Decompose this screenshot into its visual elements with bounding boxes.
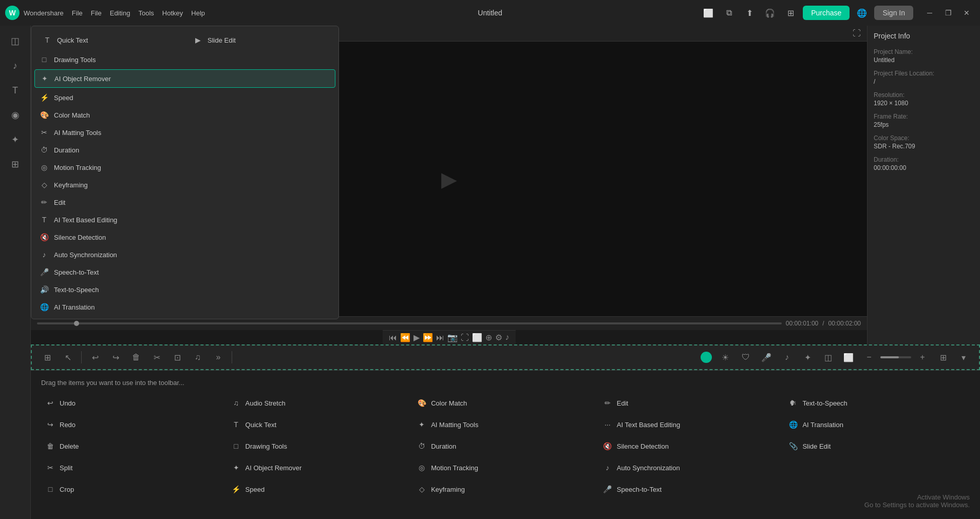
step-back-icon[interactable]: ⏪ [400, 333, 410, 342]
toolbar-sun-icon[interactable]: ☀ [716, 348, 734, 367]
grid-icon[interactable]: ⊞ [782, 5, 799, 21]
media-icon[interactable]: ◫ [4, 30, 27, 52]
dropdown-item-quick-text[interactable]: T Quick Text [34, 31, 185, 49]
tool-undo[interactable]: ↩ Undo [41, 395, 227, 411]
tool-redo[interactable]: ↪ Redo [41, 416, 227, 433]
ai-obj-label: AI Object Remover [246, 464, 302, 472]
toolbar-grid2-icon[interactable]: ⊞ [934, 348, 952, 367]
tool-crop[interactable]: □ Crop [41, 481, 227, 497]
dropdown-item-speed[interactable]: ⚡ Speed [31, 89, 338, 106]
toolbar-crop-icon[interactable]: ⊡ [168, 348, 186, 367]
globe-icon[interactable]: 🌐 [854, 5, 870, 21]
dropdown-item-keyframing[interactable]: ◇ Keyframing [31, 176, 338, 194]
menu-help[interactable]: Help [191, 9, 205, 17]
dropdown-item-drawing-tools[interactable]: □ Drawing Tools [31, 51, 338, 68]
toolbar-delete-icon[interactable]: 🗑 [127, 348, 145, 367]
menu-editing[interactable]: Editing [110, 9, 130, 17]
tool-auto-sync[interactable]: ♪ Auto Synchronization [598, 459, 784, 476]
tool-quick-text[interactable]: T Quick Text [227, 416, 413, 433]
tool-ai-matting[interactable]: ✦ AI Matting Tools [412, 416, 598, 433]
minimize-button[interactable]: ─ [921, 5, 938, 21]
settings-icon[interactable]: ⚙ [495, 333, 502, 342]
maximize-button[interactable]: ❐ [940, 5, 956, 21]
tool-color-match[interactable]: 🎨 Color Match [412, 395, 598, 411]
expand-icon[interactable]: ⛶ [853, 29, 861, 38]
monitor2-icon[interactable]: ⬜ [472, 333, 482, 342]
dropdown-item-slide-edit[interactable]: ▶ Slide Edit [185, 31, 335, 49]
toolbar-shield-icon[interactable]: 🛡 [737, 348, 755, 367]
volume-slider[interactable] [880, 356, 911, 358]
dropdown-item-ai-matting-tools[interactable]: ✂ AI Matting Tools [31, 124, 338, 141]
dropdown-item-text-to-speech[interactable]: 🔊 Text-to-Speech [31, 281, 338, 298]
menu-file1[interactable]: File [72, 9, 83, 17]
sticker-icon[interactable]: ◉ [4, 104, 27, 126]
toolbar-audio-icon[interactable]: ♫ [189, 348, 207, 367]
toolbar-mic-icon[interactable]: 🎤 [757, 348, 776, 367]
toolbar-scissors-icon[interactable]: ✂ [147, 348, 166, 367]
toolbar-minus-icon[interactable]: − [860, 348, 878, 367]
purchase-button[interactable]: Purchase [803, 6, 850, 20]
dropdown-item-edit[interactable]: ✏ Edit [31, 194, 338, 211]
tool-ai-object-remover[interactable]: ✦ AI Object Remover [227, 459, 413, 476]
tool-audio-stretch[interactable]: ♫ Audio Stretch [227, 395, 413, 411]
headphone-icon[interactable]: 🎧 [762, 5, 778, 21]
menu-file2[interactable]: File [91, 9, 102, 17]
audio2-icon[interactable]: ♪ [505, 333, 510, 342]
monitor-icon[interactable]: ⬜ [700, 5, 717, 21]
tool-ai-translation[interactable]: 🌐 AI Translation [784, 416, 970, 433]
toolbar-more-icon[interactable]: » [209, 348, 228, 367]
sign-in-button[interactable]: Sign In [874, 6, 913, 20]
dropdown-item-auto-sync[interactable]: ♪ Auto Synchronization [31, 246, 338, 263]
screenshot-icon[interactable]: 📷 [447, 333, 458, 342]
dropdown-item-silence-detection[interactable]: 🔇 Silence Detection [31, 228, 338, 246]
green-circle-icon[interactable] [701, 352, 712, 363]
toolbar-grid-icon[interactable]: ⊞ [38, 348, 56, 367]
audio-icon[interactable]: ♪ [4, 54, 27, 77]
next-frame-icon[interactable]: ⏭ [436, 333, 444, 342]
zoom-icon[interactable]: ⊕ [485, 333, 492, 342]
toolbar-redo-icon[interactable]: ↪ [106, 348, 125, 367]
tool-speech-to-text[interactable]: 🎤 Speech-to-Text [598, 481, 784, 497]
dropdown-item-ai-translation[interactable]: 🌐 AI Translation [31, 298, 338, 316]
toolbar-cursor-icon[interactable]: ↖ [59, 348, 77, 367]
toolbar-sticker-icon[interactable]: ◫ [819, 348, 837, 367]
dropdown-item-speech-to-text[interactable]: 🎤 Speech-to-Text [31, 263, 338, 281]
dropdown-item-ai-object-remover[interactable]: ✦ AI Object Remover [34, 69, 335, 88]
effects-icon[interactable]: ✦ [4, 128, 27, 151]
dropdown-item-color-match[interactable]: 🎨 Color Match [31, 106, 338, 124]
fullscreen-icon[interactable]: ⛶ [461, 333, 469, 342]
play-icon[interactable]: ▶ [413, 333, 420, 342]
toolbar-effects-icon[interactable]: ✦ [798, 348, 817, 367]
progress-bar[interactable] [37, 322, 782, 324]
prev-frame-icon[interactable]: ⏮ [389, 333, 397, 342]
tool-motion-tracking[interactable]: ◎ Motion Tracking [412, 459, 598, 476]
tool-split[interactable]: ✂ Split [41, 459, 227, 476]
tool-drawing-tools[interactable]: □ Drawing Tools [227, 438, 413, 454]
menu-wondershare[interactable]: Wondershare [24, 9, 64, 17]
toolbar-monitor-icon[interactable]: ⬜ [839, 348, 858, 367]
copy-icon[interactable]: ⧉ [721, 5, 737, 21]
dropdown-item-duration[interactable]: ⏱ Duration [31, 141, 338, 159]
upload-icon[interactable]: ⬆ [741, 5, 758, 21]
tool-edit[interactable]: ✏ Edit [598, 395, 784, 411]
text-icon[interactable]: T [4, 79, 27, 102]
menu-hotkey[interactable]: Hotkey [162, 9, 183, 17]
tool-speed[interactable]: ⚡ Speed [227, 481, 413, 497]
tool-keyframing[interactable]: ◇ Keyframing [412, 481, 598, 497]
toolbar-music-icon[interactable]: ♪ [778, 348, 796, 367]
toolbar-chevron-icon[interactable]: ▾ [954, 348, 973, 367]
tool-delete[interactable]: 🗑 Delete [41, 438, 227, 454]
tool-text-to-speech[interactable]: 🗣 Text-to-Speech [784, 395, 970, 411]
tool-slide-edit[interactable]: 📎 Slide Edit [784, 438, 970, 454]
tool-silence-detection[interactable]: 🔇 Silence Detection [598, 438, 784, 454]
step-fwd-icon[interactable]: ⏩ [423, 333, 433, 342]
tool-duration[interactable]: ⏱ Duration [412, 438, 598, 454]
close-button[interactable]: ✕ [958, 5, 975, 21]
toolbar-plus-icon[interactable]: + [913, 348, 932, 367]
toolbar-undo-icon[interactable]: ↩ [86, 348, 104, 367]
menu-tools[interactable]: Tools [138, 9, 154, 17]
dropdown-item-motion-tracking[interactable]: ◎ Motion Tracking [31, 159, 338, 176]
transitions-icon[interactable]: ⊞ [4, 153, 27, 176]
tool-ai-text-edit[interactable]: ··· AI Text Based Editing [598, 416, 784, 433]
dropdown-item-ai-text-editing[interactable]: T AI Text Based Editing [31, 211, 338, 228]
